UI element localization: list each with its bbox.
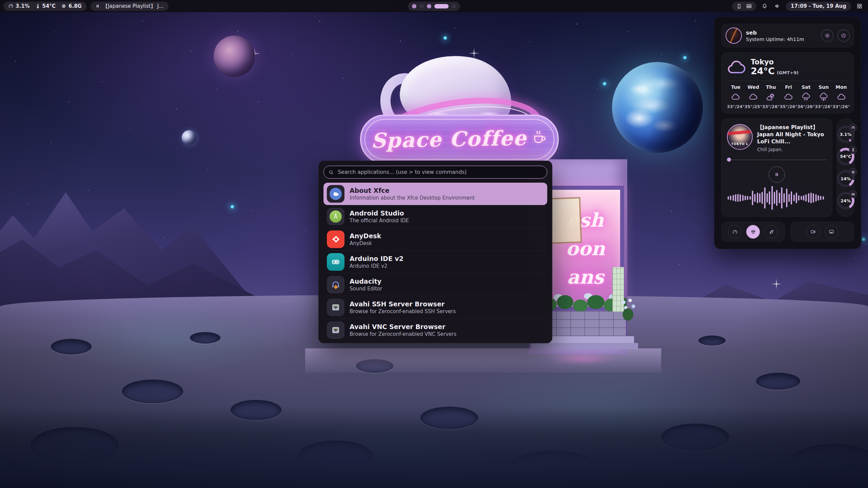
search-icon (328, 169, 334, 175)
apps-grid-icon[interactable] (855, 2, 864, 11)
audacity-icon (327, 276, 344, 293)
powersaver-profile-button[interactable] (765, 225, 778, 239)
progress-handle[interactable] (727, 158, 731, 162)
phone-icon[interactable] (736, 3, 742, 9)
media-pill[interactable]: 【Japanese Playlist】 J... (91, 2, 169, 11)
balanced-profile-button[interactable] (746, 225, 760, 239)
power-icon (841, 33, 847, 39)
app-row[interactable]: AnyDesk AnyDesk (323, 228, 547, 250)
storm-icon (819, 93, 828, 102)
pause-icon (774, 172, 780, 177)
thermometer-icon (851, 148, 855, 152)
workspace-dot[interactable] (452, 4, 456, 8)
pause-button[interactable] (769, 166, 785, 183)
step (531, 343, 638, 349)
volume-icon[interactable] (773, 2, 782, 11)
search-input[interactable] (337, 169, 542, 176)
system-stats-pill: 3.1% 54°C 6.8G (3, 2, 86, 11)
cloud-icon (727, 59, 746, 75)
workspace-dot[interactable] (412, 4, 416, 8)
cpu-gauge: 3.1% (837, 125, 854, 143)
performance-profile-button[interactable] (728, 225, 742, 239)
media-card: TOKYO L 【Japanese Playlist】 Japan All Ni… (721, 118, 832, 217)
app-title: Arduino IDE v2 (350, 255, 403, 263)
app-title: Audacity (350, 278, 382, 286)
pause-icon (95, 4, 100, 8)
flower-bush (617, 296, 639, 323)
search-bar (323, 166, 547, 179)
network-port-icon (327, 299, 344, 316)
cloud-icon (837, 93, 846, 102)
arduino-icon (327, 253, 344, 271)
wallpaper-icon[interactable] (746, 3, 752, 9)
username: seb (746, 29, 804, 36)
power-profile-group (721, 222, 785, 242)
neon-window-text: ans (567, 263, 604, 291)
control-panel: seb System Uptime: 4h11m Tokyo 24°C (GMT… (714, 17, 861, 249)
clock[interactable]: 17:09 - Tue, 19 Aug (786, 2, 851, 11)
app-title: Avahi SSH Server Browser (350, 300, 456, 308)
devices-pill (732, 2, 756, 11)
neon-reflection (542, 350, 624, 367)
forecast-day: Wed 35°/25° (745, 84, 762, 109)
system-gauges: 3.1% 54°C 14% 24% (836, 118, 855, 217)
app-launcher: About Xfce Information about the Xfce De… (318, 161, 552, 343)
app-row[interactable]: Avahi VNC Server Browser Browse for Zero… (323, 319, 547, 341)
anydesk-icon (327, 230, 344, 248)
track-artist: Chill Japan. (757, 147, 827, 152)
app-subtitle: Browse for Zeroconf-enabled VNC Servers (350, 331, 456, 337)
workspace-dot[interactable] (434, 4, 449, 8)
chip-icon (61, 3, 66, 9)
gear-icon (824, 33, 830, 39)
speedometer-icon (851, 126, 855, 130)
album-art[interactable]: TOKYO L (727, 124, 753, 150)
uptime: System Uptime: 4h11m (746, 37, 804, 42)
forecast-day: Mon 33°/26° (832, 84, 850, 109)
app-title: About Xfce (350, 187, 475, 195)
video-icon (810, 229, 816, 235)
app-list: About Xfce Information about the Xfce De… (323, 183, 547, 341)
speedometer-icon (8, 3, 14, 9)
user-card: seb System Uptime: 4h11m (721, 24, 854, 47)
screen-record-button[interactable] (806, 225, 820, 239)
media-pill-label: 【Japanese Playlist】 J... (103, 3, 164, 9)
screen-icon (828, 229, 834, 235)
app-row[interactable]: Android Studio The official Android IDE (323, 205, 547, 228)
power-button[interactable] (837, 29, 850, 42)
rain-icon (802, 93, 811, 102)
forecast-row: Tue 33°/24° Wed 35°/25° Thu 33°/26° Fri … (727, 84, 848, 109)
cloud-icon (749, 93, 758, 102)
screenshot-button[interactable] (825, 225, 838, 239)
workspace-dot[interactable] (427, 4, 431, 8)
brick-planter (542, 311, 626, 336)
xfce-logo-icon (327, 185, 344, 203)
app-row[interactable]: Audacity Sound Editor (323, 273, 547, 296)
app-row[interactable]: Avahi SSH Server Browser Browse for Zero… (323, 296, 547, 319)
avatar[interactable] (726, 27, 742, 44)
forecast-day: Fri 35°/26° (780, 84, 797, 109)
app-row[interactable]: About Xfce Information about the Xfce De… (323, 183, 547, 205)
divider (727, 81, 848, 81)
thermometer-icon (35, 4, 40, 9)
forecast-day: Tue 33°/24° (727, 84, 745, 109)
cloud-icon (784, 93, 793, 102)
forecast-day: Thu 33°/26° (762, 84, 780, 109)
sun-cloud-icon (766, 93, 775, 102)
progress-bar[interactable] (727, 158, 827, 162)
track-title: 【Japanese Playlist】 Japan All Night - To… (757, 124, 827, 145)
app-row[interactable]: Arduino IDE v2 Arduino IDE v2 (323, 250, 547, 273)
android-studio-icon (327, 208, 344, 225)
cloud-icon (731, 93, 740, 102)
audio-visualizer (727, 186, 827, 210)
app-title: Android Studio (350, 209, 409, 218)
network-port-icon (327, 321, 344, 339)
app-subtitle: Arduino IDE v2 (350, 263, 403, 269)
app-title: AnyDesk (350, 232, 381, 240)
bell-icon[interactable] (760, 2, 769, 11)
workspace-dot[interactable] (419, 4, 424, 8)
temp-gauge: 54°C (837, 148, 854, 165)
coffee-cup-icon (530, 128, 548, 146)
top-bar: 3.1% 54°C 6.8G 【Japanese Playlist】 J... (0, 0, 868, 12)
settings-button[interactable] (821, 29, 833, 42)
app-subtitle: Sound Editor (350, 286, 382, 292)
